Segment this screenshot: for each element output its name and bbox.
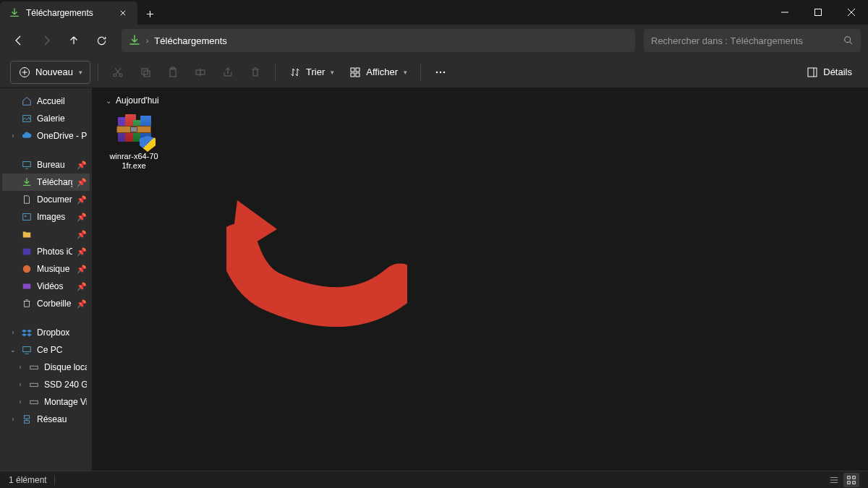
svg-rect-0	[815, 9, 822, 16]
back-button[interactable]	[7, 29, 30, 52]
svg-point-3	[114, 74, 116, 77]
status-bar: 1 élément	[0, 471, 868, 488]
chevron-down-icon: ▾	[79, 69, 82, 76]
sidebar-this-pc[interactable]: ⌄Ce PC	[2, 341, 90, 359]
up-button[interactable]	[62, 29, 85, 52]
winrar-exe-icon	[116, 114, 151, 149]
sidebar-dropbox[interactable]: ›Dropbox	[2, 324, 90, 341]
svg-rect-6	[144, 71, 150, 77]
file-name: winrar-x64-701fr.exe	[109, 152, 159, 171]
chevron-down-icon: ▾	[331, 69, 334, 76]
refresh-button[interactable]	[90, 29, 113, 52]
sidebar-folder[interactable]: 📌	[2, 226, 90, 243]
pin-icon: 📌	[77, 282, 87, 291]
svg-point-1	[845, 37, 851, 43]
group-header[interactable]: ⌄ Aujourd'hui	[106, 95, 855, 106]
maximize-button[interactable]	[801, 0, 835, 25]
close-window-button[interactable]	[835, 0, 868, 25]
sort-button[interactable]: Trier ▾	[283, 61, 340, 84]
uac-shield-icon	[140, 136, 156, 152]
breadcrumb-location: Téléchargements	[154, 35, 226, 46]
svg-point-21	[25, 215, 26, 217]
details-view-button[interactable]	[826, 473, 842, 487]
more-button[interactable]	[428, 61, 453, 84]
tab-close-button[interactable]	[117, 7, 129, 19]
sidebar-gallery[interactable]: Galerie	[2, 110, 90, 127]
content-area[interactable]: ⌄ Aujourd'hui winrar-x64-701fr.exe	[93, 88, 868, 471]
sidebar-images[interactable]: Images📌	[2, 208, 90, 226]
trash-icon	[21, 298, 33, 309]
home-icon	[21, 95, 33, 107]
sidebar-trash[interactable]: Corbeille📌	[2, 295, 90, 312]
svg-rect-26	[30, 366, 38, 369]
sidebar-montage[interactable]: ›Montage Vidéo (E:)	[2, 393, 90, 411]
details-icon	[806, 66, 819, 79]
svg-rect-30	[25, 421, 30, 424]
rename-button[interactable]	[188, 61, 213, 84]
sidebar-disk-c[interactable]: ›Disque local (C:)	[2, 359, 90, 376]
separator	[98, 64, 98, 81]
download-icon	[21, 176, 33, 188]
address-bar[interactable]: › Téléchargements	[122, 29, 635, 52]
command-bar: Nouveau ▾ Trier ▾ Afficher ▾ Détails	[0, 56, 868, 88]
svg-rect-32	[853, 476, 856, 479]
sidebar-network[interactable]: ›Réseau	[2, 411, 90, 428]
tab-downloads[interactable]: Téléchargements	[0, 1, 137, 25]
forward-button[interactable]	[35, 29, 58, 52]
drive-icon	[28, 396, 40, 408]
new-tab-button[interactable]	[137, 3, 162, 25]
nav-bar: › Téléchargements	[0, 25, 868, 56]
dropbox-icon	[21, 327, 33, 338]
details-pane-button[interactable]: Détails	[800, 61, 858, 84]
svg-point-15	[440, 71, 441, 72]
copy-button[interactable]	[133, 61, 158, 84]
plus-circle-icon	[18, 66, 31, 79]
svg-rect-10	[351, 68, 354, 72]
new-button[interactable]: Nouveau ▾	[10, 61, 90, 84]
view-button[interactable]: Afficher ▾	[343, 61, 413, 84]
paste-button[interactable]	[161, 61, 185, 84]
icloud-icon	[21, 246, 33, 257]
view-label: Afficher	[366, 67, 398, 77]
search-input[interactable]	[651, 35, 843, 46]
delete-button[interactable]	[243, 61, 268, 84]
tab-title: Téléchargements	[26, 8, 111, 18]
sidebar-downloads[interactable]: Téléchargements📌	[2, 174, 90, 191]
sidebar-home[interactable]: Accueil	[2, 93, 90, 110]
minimize-button[interactable]	[768, 0, 801, 25]
download-icon	[9, 7, 20, 19]
details-label: Détails	[823, 67, 852, 77]
separator	[275, 64, 276, 81]
sort-label: Trier	[306, 67, 325, 77]
share-button[interactable]	[216, 61, 240, 84]
cut-button[interactable]	[106, 61, 130, 84]
file-item[interactable]: winrar-x64-701fr.exe	[106, 110, 162, 175]
icons-view-button[interactable]	[843, 473, 859, 487]
svg-rect-25	[23, 347, 31, 352]
svg-rect-24	[23, 284, 31, 289]
svg-rect-33	[848, 481, 851, 484]
svg-rect-11	[356, 68, 359, 72]
sidebar-photos-icloud[interactable]: Photos iCloud📌	[2, 243, 90, 260]
sidebar-documents[interactable]: Documents📌	[2, 191, 90, 208]
sidebar-desktop[interactable]: Bureau📌	[2, 156, 90, 174]
pin-icon: 📌	[77, 299, 87, 309]
svg-rect-31	[848, 476, 851, 479]
svg-rect-17	[808, 68, 817, 77]
pin-icon: 📌	[77, 195, 87, 205]
sidebar-ssd[interactable]: ›SSD 240 Go (D:)	[2, 376, 90, 393]
title-bar: Téléchargements	[0, 0, 868, 25]
copy-icon	[139, 66, 152, 79]
video-icon	[21, 281, 33, 292]
pin-icon: 📌	[77, 178, 87, 187]
drive-icon	[28, 361, 40, 373]
svg-point-14	[436, 71, 438, 72]
svg-rect-34	[853, 481, 856, 484]
search-box[interactable]	[644, 29, 861, 52]
cut-icon	[111, 66, 124, 79]
svg-rect-28	[30, 401, 38, 403]
sidebar-videos[interactable]: Vidéos📌	[2, 278, 90, 295]
sidebar-music[interactable]: Musique📌	[2, 260, 90, 278]
sidebar-onedrive[interactable]: ›OneDrive - Personal	[2, 127, 90, 145]
music-icon	[21, 263, 33, 275]
